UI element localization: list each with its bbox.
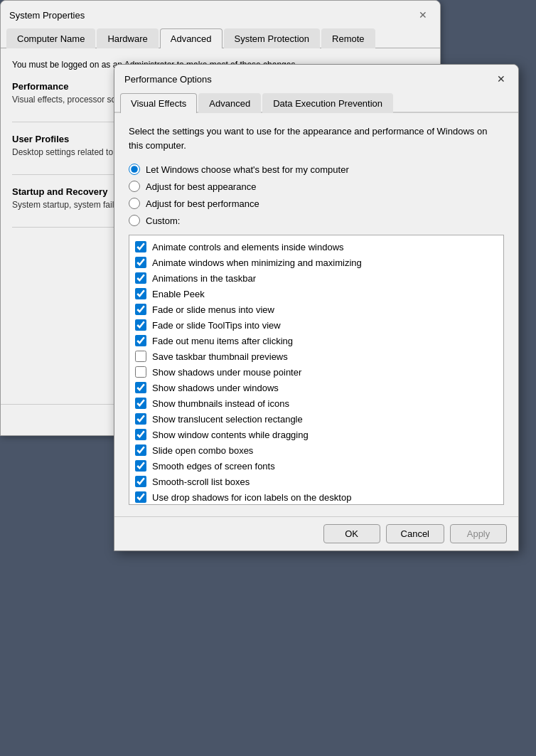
perf-title-bar: Performance Options ✕ (114, 65, 518, 92)
perf-description: Select the settings you want to use for … (129, 124, 504, 152)
radio-best-appearance-label: Adjust for best appearance (146, 181, 256, 192)
checkbox-input-15[interactable] (135, 476, 146, 487)
perf-apply-button[interactable]: Apply (450, 524, 507, 543)
checkbox-item-0[interactable]: Animate controls and elements inside win… (135, 241, 498, 252)
perf-close-button[interactable]: ✕ (493, 70, 510, 87)
checkbox-input-12[interactable] (135, 429, 146, 440)
checkbox-item-10[interactable]: Show thumbnails instead of icons (135, 398, 498, 409)
checkbox-label-8: Show shadows under mouse pointer (152, 367, 301, 378)
checkbox-label-12: Show window contents while dragging (152, 430, 309, 440)
sys-title-bar: System Properties ✕ (1, 1, 440, 28)
checkbox-input-7[interactable] (135, 351, 146, 362)
checkbox-input-2[interactable] (135, 272, 146, 284)
checkbox-input-5[interactable] (135, 319, 146, 331)
checkbox-input-0[interactable] (135, 241, 146, 252)
perf-cancel-button[interactable]: Cancel (386, 524, 444, 543)
checkbox-item-3[interactable]: Enable Peek (135, 288, 498, 299)
sys-close-button[interactable]: ✕ (414, 6, 432, 23)
radio-best-performance-input[interactable] (129, 198, 140, 209)
perf-ok-button[interactable]: OK (323, 524, 380, 543)
radio-custom-input[interactable] (129, 215, 140, 226)
checkbox-item-14[interactable]: Smooth edges of screen fonts (135, 460, 498, 472)
checkbox-item-8[interactable]: Show shadows under mouse pointer (135, 366, 498, 378)
checkbox-label-9: Show shadows under windows (152, 383, 279, 393)
checkbox-item-15[interactable]: Smooth-scroll list boxes (135, 476, 498, 487)
checkbox-input-3[interactable] (135, 288, 146, 299)
tab-advanced[interactable]: Advanced (160, 28, 223, 48)
checkbox-label-15: Smooth-scroll list boxes (152, 477, 250, 487)
perf-title-text: Performance Options (124, 74, 212, 85)
radio-best-performance[interactable]: Adjust for best performance (129, 198, 504, 209)
checkbox-item-7[interactable]: Save taskbar thumbnail previews (135, 351, 498, 362)
checkbox-label-5: Fade or slide ToolTips into view (152, 320, 281, 331)
radio-windows-best[interactable]: Let Windows choose what's best for my co… (129, 164, 504, 175)
perf-footer: OK Cancel Apply (114, 516, 518, 550)
radio-group: Let Windows choose what's best for my co… (129, 164, 504, 226)
checkbox-input-11[interactable] (135, 413, 146, 425)
checkbox-label-14: Smooth edges of screen fonts (152, 461, 275, 472)
checkbox-item-4[interactable]: Fade or slide menus into view (135, 304, 498, 315)
checkbox-input-6[interactable] (135, 335, 146, 346)
tab-computer-name[interactable]: Computer Name (6, 28, 95, 48)
checkbox-label-10: Show thumbnails instead of icons (152, 398, 289, 409)
checkbox-list: Animate controls and elements inside win… (129, 235, 504, 505)
radio-custom-label: Custom: (146, 215, 180, 226)
checkbox-input-8[interactable] (135, 366, 146, 378)
checkbox-item-5[interactable]: Fade or slide ToolTips into view (135, 319, 498, 331)
checkbox-input-13[interactable] (135, 444, 146, 456)
sys-tabs: Computer Name Hardware Advanced System P… (1, 28, 440, 48)
checkbox-item-2[interactable]: Animations in the taskbar (135, 272, 498, 284)
checkbox-item-1[interactable]: Animate windows when minimizing and maxi… (135, 257, 498, 268)
checkbox-label-16: Use drop shadows for icon labels on the … (152, 492, 351, 503)
checkbox-label-6: Fade out menu items after clicking (152, 336, 293, 346)
sys-title-text: System Properties (9, 10, 85, 21)
checkbox-input-16[interactable] (135, 491, 146, 503)
checkbox-item-13[interactable]: Slide open combo boxes (135, 444, 498, 456)
tab-remote[interactable]: Remote (321, 28, 375, 48)
tab-system-protection[interactable]: System Protection (224, 28, 321, 48)
checkbox-item-16[interactable]: Use drop shadows for icon labels on the … (135, 491, 498, 503)
checkbox-item-9[interactable]: Show shadows under windows (135, 382, 498, 393)
radio-custom[interactable]: Custom: (129, 215, 504, 226)
checkbox-item-11[interactable]: Show translucent selection rectangle (135, 413, 498, 425)
tab-data-execution[interactable]: Data Execution Prevention (262, 93, 393, 113)
checkbox-label-2: Animations in the taskbar (152, 273, 256, 284)
checkbox-label-4: Fade or slide menus into view (152, 304, 274, 315)
radio-best-performance-label: Adjust for best performance (146, 198, 259, 209)
radio-best-appearance[interactable]: Adjust for best appearance (129, 181, 504, 192)
checkbox-input-1[interactable] (135, 257, 146, 268)
checkbox-input-4[interactable] (135, 304, 146, 315)
checkbox-item-6[interactable]: Fade out menu items after clicking (135, 335, 498, 346)
perf-options-modal: Performance Options ✕ Visual Effects Adv… (114, 64, 519, 551)
tab-visual-effects[interactable]: Visual Effects (120, 93, 197, 113)
radio-best-appearance-input[interactable] (129, 181, 140, 192)
checkbox-input-9[interactable] (135, 382, 146, 393)
checkbox-item-12[interactable]: Show window contents while dragging (135, 429, 498, 440)
checkbox-label-3: Enable Peek (152, 289, 205, 299)
checkbox-label-13: Slide open combo boxes (152, 445, 253, 456)
checkbox-input-10[interactable] (135, 398, 146, 409)
checkbox-label-11: Show translucent selection rectangle (152, 414, 303, 425)
radio-windows-best-label: Let Windows choose what's best for my co… (146, 164, 349, 175)
checkbox-label-1: Animate windows when minimizing and maxi… (152, 257, 362, 268)
tab-advanced-perf[interactable]: Advanced (198, 93, 261, 113)
perf-content: Select the settings you want to use for … (114, 113, 518, 516)
checkbox-label-7: Save taskbar thumbnail previews (152, 351, 288, 362)
perf-tabs: Visual Effects Advanced Data Execution P… (114, 92, 518, 113)
checkbox-label-0: Animate controls and elements inside win… (152, 242, 344, 252)
tab-hardware[interactable]: Hardware (97, 28, 158, 48)
checkbox-input-14[interactable] (135, 460, 146, 472)
radio-windows-best-input[interactable] (129, 164, 140, 175)
